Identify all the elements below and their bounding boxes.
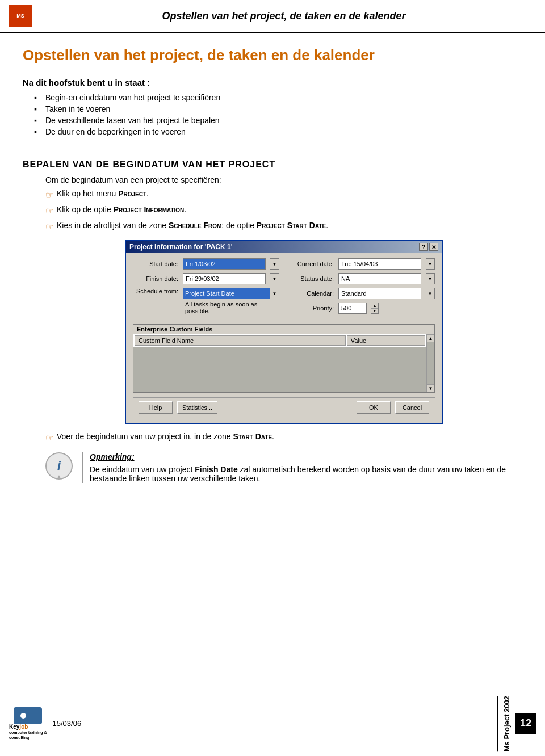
footer-right: Ms Project 2002 12: [497, 696, 536, 751]
arrow-icon-2: ☞: [45, 205, 53, 216]
schedule-from-select-row: Project Start Date ▼: [183, 288, 279, 299]
project-bold: Project: [118, 189, 146, 198]
start-date-bold: Start Date: [233, 432, 272, 441]
spin-down-icon[interactable]: ▼: [371, 309, 378, 314]
priority-row: Priority: 500 ▲ ▼: [288, 303, 435, 314]
list-item: Taken in te voeren: [34, 104, 522, 114]
header-logo: MS: [9, 5, 32, 27]
scroll-down-btn[interactable]: ▼: [427, 384, 434, 392]
dialog-left-col: Start date: Fri 1/03/02 ▼ Finish date:: [133, 258, 279, 320]
schedule-note: All tasks begin as soon as possible.: [183, 299, 279, 316]
help-button[interactable]: Help: [139, 401, 173, 414]
schedule-from-label: Schedule from:: [133, 288, 178, 295]
intro-heading: Na dit hoofstuk bent u in staat :: [23, 78, 522, 87]
finish-date-label: Finish date:: [133, 275, 178, 282]
calendar-value: Standard: [341, 290, 367, 297]
instruction-1-text: Klik op het menu Project.: [57, 189, 522, 198]
dialog-container: Project Information for 'PACK 1' ? ✕: [45, 240, 522, 424]
keyjob-sub: computer training &consulting: [9, 730, 47, 740]
svg-rect-2: [28, 715, 38, 717]
enterprise-scrollbar[interactable]: ▲ ▼: [426, 334, 434, 392]
enterprise-table-body: [133, 347, 426, 392]
schedule-from-select[interactable]: Project Start Date: [183, 288, 270, 299]
schedule-from-bold: Schedule From: [169, 221, 221, 230]
intro-section: Na dit hoofstuk bent u in staat : Begin-…: [23, 78, 522, 136]
enterprise-section: Enterprise Custom Fields Custom Field Na…: [133, 324, 435, 393]
start-date-value: Fri 1/03/02: [186, 261, 216, 267]
start-date-row: Start date: Fri 1/03/02 ▼: [133, 258, 279, 270]
scroll-track[interactable]: [427, 342, 434, 384]
enterprise-container: Custom Field Name Value ▲: [133, 334, 434, 392]
note-title: Opmerking:: [90, 452, 522, 461]
priority-label: Priority:: [288, 305, 334, 312]
priority-input[interactable]: 500: [338, 303, 367, 314]
dialog-columns: Start date: Fri 1/03/02 ▼ Finish date:: [133, 258, 435, 320]
logo-svg: [16, 708, 39, 724]
instruction-3-text: Kies in de afrollijst van de zone Schedu…: [57, 221, 522, 230]
dialog-right-col: Current date: Tue 15/04/03 ▼ Status date…: [288, 258, 435, 320]
current-date-dropdown-arrow[interactable]: ▼: [426, 258, 435, 270]
instruction-2: ☞ Klik op de optie Project Information.: [45, 205, 522, 216]
status-date-label: Status date:: [288, 275, 334, 282]
enterprise-col-name: Custom Field Name: [135, 335, 346, 346]
footer-date: 15/03/06: [47, 719, 497, 728]
finish-date-input[interactable]: Fri 29/03/02: [183, 273, 266, 284]
keyjob-logo: Keyjob computer training &consulting: [9, 707, 47, 740]
dialog-title: Project Information for 'PACK 1': [129, 243, 233, 251]
header: MS Opstellen van het project, de taken e…: [0, 0, 545, 33]
ok-button[interactable]: OK: [357, 401, 391, 414]
project-info-dialog: Project Information for 'PACK 1' ? ✕: [125, 240, 443, 424]
calendar-input[interactable]: Standard: [338, 288, 421, 299]
intro-bullets: Begin-en einddatum van het project te sp…: [34, 93, 522, 136]
start-date-dropdown-arrow[interactable]: ▼: [270, 258, 279, 270]
finish-date-bold: Finish Date: [195, 465, 237, 474]
last-instruction-text: Voer de begindatum van uw project in, in…: [57, 432, 522, 441]
statistics-button[interactable]: Statistics...: [177, 401, 217, 414]
spin-up-icon[interactable]: ▲: [371, 303, 378, 309]
current-date-row: Current date: Tue 15/04/03 ▼: [288, 258, 435, 270]
arrow-icon-4: ☞: [45, 432, 53, 443]
note-text: De einddatum van uw project Finish Date …: [90, 465, 522, 483]
dialog-close-btn[interactable]: ✕: [429, 243, 438, 251]
instruction-3: ☞ Kies in de afrollijst van de zone Sche…: [45, 221, 522, 232]
cancel-button[interactable]: Cancel: [395, 401, 429, 414]
current-date-value: Tue 15/04/03: [341, 261, 378, 267]
scroll-up-btn[interactable]: ▲: [427, 334, 434, 342]
keyjob-logo-icon: [14, 707, 42, 724]
finish-date-dropdown-arrow[interactable]: ▼: [270, 273, 279, 284]
priority-spinner[interactable]: ▲ ▼: [371, 303, 379, 314]
arrow-icon-3: ☞: [45, 221, 53, 232]
status-date-dropdown-arrow[interactable]: ▼: [426, 273, 435, 284]
current-date-input[interactable]: Tue 15/04/03: [338, 258, 421, 270]
calendar-label: Calendar:: [288, 290, 334, 297]
header-title: Opstellen van het project, de taken en d…: [32, 10, 536, 22]
note-content: Opmerking: De einddatum van uw project F…: [82, 452, 522, 483]
project-start-date-bold: Project Start Date: [257, 221, 326, 230]
section-heading: Bepalen van de begindatum van het projec…: [23, 159, 522, 170]
svg-rect-4: [36, 717, 38, 719]
dialog-body: Start date: Fri 1/03/02 ▼ Finish date:: [126, 253, 442, 423]
list-item: De verschillende fasen van het project t…: [34, 116, 522, 125]
status-date-value: NA: [341, 275, 350, 282]
current-date-label: Current date:: [288, 261, 334, 267]
keyjob-logo-text: Keyjob computer training &consulting: [9, 724, 47, 740]
schedule-from-block: Project Start Date ▼ All tasks begin as …: [183, 288, 279, 316]
start-date-input[interactable]: Fri 1/03/02: [183, 258, 266, 270]
arrow-icon-1: ☞: [45, 190, 53, 200]
page-number: 12: [515, 713, 536, 734]
calendar-dropdown-arrow[interactable]: ▼: [426, 288, 435, 299]
enterprise-col-value: Value: [347, 335, 425, 346]
instruction-1: ☞ Klik op het menu Project.: [45, 189, 522, 200]
dialog-help-btn[interactable]: ?: [419, 243, 428, 251]
section-intro-text: Om de begindatum van een project te spec…: [45, 175, 522, 184]
list-item: De duur en de beperkingen in te voeren: [34, 127, 522, 136]
page-title: Opstellen van het project, de taken en d…: [23, 47, 522, 64]
enterprise-table: Custom Field Name Value: [133, 334, 426, 347]
section-body: Om de begindatum van een project te spec…: [45, 175, 522, 443]
status-date-input[interactable]: NA: [338, 273, 421, 284]
dialog-controls[interactable]: ? ✕: [419, 243, 438, 251]
project-info-bold: Project Information: [114, 205, 185, 214]
note-box: i Opmerking: De einddatum van uw project…: [45, 452, 522, 483]
priority-value: 500: [341, 305, 351, 312]
schedule-from-dropdown-arrow[interactable]: ▼: [270, 288, 279, 299]
